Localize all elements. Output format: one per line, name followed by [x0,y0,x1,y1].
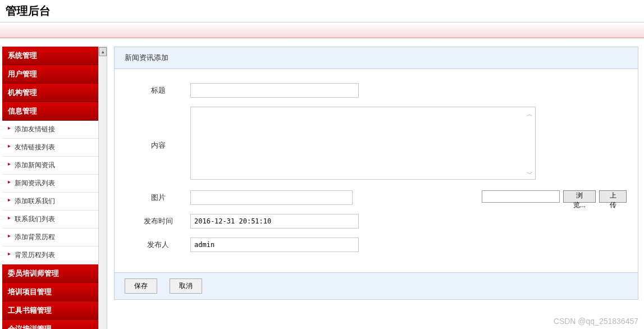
label-content: 内容 [126,138,190,150]
menu-parent-13[interactable]: 培训项目管理 [2,283,98,301]
input-publisher[interactable] [190,237,359,252]
menu-parent-2[interactable]: 机构管理 [2,84,98,102]
panel-body: 标题 内容 ︿ ﹀ 图片 [115,69,638,272]
menu-child-11[interactable]: 背景历程列表 [2,246,98,264]
row-image: 图片 浏览... 上传 [126,190,627,205]
input-image-path[interactable] [190,190,353,205]
page-title: 管理后台 [6,3,638,19]
panel-title: 新闻资讯添加 [115,47,638,69]
menu-child-6[interactable]: 添加新闻资讯 [2,157,98,175]
main-container: 系统管理用户管理机构管理信息管理添加友情链接友情链接列表添加新闻资讯新闻资讯列表… [0,38,644,329]
row-content: 内容 ︿ ﹀ [126,107,627,181]
main-content: 新闻资讯添加 标题 内容 ︿ ﹀ [114,47,638,329]
menu-parent-1[interactable]: 用户管理 [2,65,98,84]
label-publish-time: 发布时间 [126,214,190,226]
textarea-scroll-up-icon[interactable]: ︿ [526,110,533,118]
row-publish-time: 发布时间 [126,214,627,229]
upload-button[interactable]: 上传 [599,190,627,203]
menu-child-5[interactable]: 友情链接列表 [2,139,98,157]
menu-child-10[interactable]: 添加背景历程 [2,229,98,246]
menu-parent-12[interactable]: 委员培训师管理 [2,264,98,283]
cancel-button[interactable]: 取消 [170,278,202,294]
menu-child-7[interactable]: 新闻资讯列表 [2,175,98,193]
label-image: 图片 [126,190,190,203]
menu-parent-0[interactable]: 系统管理 [2,47,98,65]
sidebar-nav: 系统管理用户管理机构管理信息管理添加友情链接友情链接列表添加新闻资讯新闻资讯列表… [0,38,98,329]
menu-child-4[interactable]: 添加友情链接 [2,121,98,139]
row-publisher: 发布人 [126,237,627,252]
page-header: 管理后台 [0,0,644,22]
header-gradient [0,22,644,38]
label-title: 标题 [126,83,190,95]
input-content[interactable] [190,107,536,180]
form-panel: 新闻资讯添加 标题 内容 ︿ ﹀ [114,47,638,300]
menu-child-9[interactable]: 联系我们列表 [2,211,98,229]
file-select-box[interactable] [482,190,560,203]
label-publisher: 发布人 [126,237,190,250]
input-title[interactable] [190,83,359,98]
menu-parent-14[interactable]: 工具书籍管理 [2,301,98,320]
menu-parent-3[interactable]: 信息管理 [2,102,98,121]
action-bar: 保存 取消 [115,272,638,299]
scroll-up-icon[interactable]: ▴ [99,47,107,56]
save-button[interactable]: 保存 [125,278,157,294]
watermark-text: CSDN @qq_251836457 [554,317,638,326]
textarea-scroll-down-icon[interactable]: ﹀ [526,170,533,178]
row-title: 标题 [126,83,627,98]
input-publish-time[interactable] [190,214,359,229]
browse-button[interactable]: 浏览... [563,190,596,203]
sidebar-scrollbar[interactable]: ▴ [98,47,107,329]
menu-child-8[interactable]: 添加联系我们 [2,193,98,211]
menu-parent-15[interactable]: 会议培训管理 [2,320,98,329]
